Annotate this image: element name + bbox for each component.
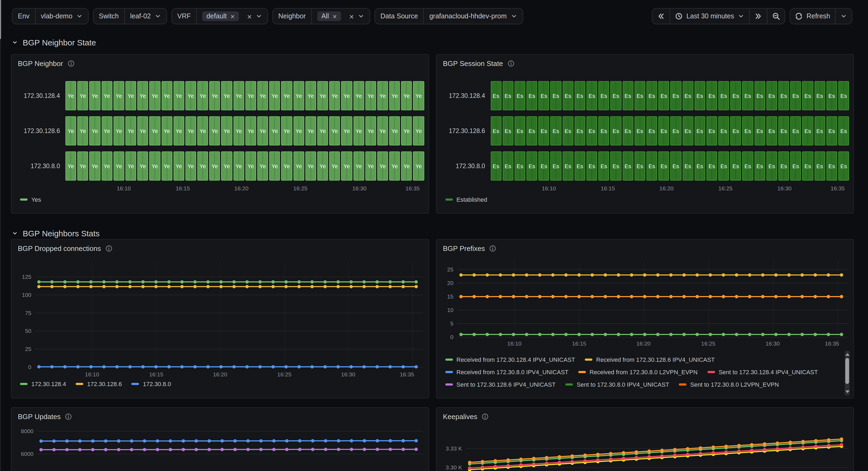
state-cell: Es xyxy=(562,151,573,181)
state-cell: Es xyxy=(502,151,513,181)
x-axis: 16:1016:1516:2016:2516:3016:35 xyxy=(496,185,849,193)
refresh-controls: Refresh xyxy=(789,8,852,24)
state-cell: Es xyxy=(671,81,681,110)
info-icon[interactable] xyxy=(482,413,489,420)
svg-text:8000: 8000 xyxy=(21,428,33,434)
legend-color-chip xyxy=(20,383,28,385)
info-icon[interactable] xyxy=(105,245,112,252)
scroll-down-icon[interactable] xyxy=(845,390,849,393)
scroll-up-icon[interactable] xyxy=(845,353,849,356)
neighbor-select[interactable]: All × × xyxy=(312,9,370,24)
time-shift-back-button[interactable] xyxy=(652,9,670,24)
env-select[interactable]: vlab-demo xyxy=(35,9,88,24)
legend-item[interactable]: Received from 172.30.128.6 IPV4_UNICAST xyxy=(585,353,715,365)
panel-legend: Established xyxy=(445,193,487,205)
info-icon[interactable] xyxy=(65,413,72,420)
legend-item[interactable]: Sent to 172.30.8.0 IPV4_UNICAST xyxy=(565,378,669,390)
time-range-picker[interactable]: Last 30 minutes xyxy=(670,9,749,24)
vrf-selected-tag[interactable]: default × xyxy=(202,11,239,21)
legend-item[interactable]: Received from 172.30.8.0 IPV4_UNICAST xyxy=(445,365,568,378)
zoom-out-button[interactable] xyxy=(767,9,785,24)
legend-color-chip xyxy=(578,371,586,373)
panel-bgp-prefixes: BGP Prefixes 0510152025 16:1016:1516:201… xyxy=(436,239,854,399)
neighbor-label: Neighbor xyxy=(273,9,312,24)
clear-all-icon[interactable]: × xyxy=(247,12,252,20)
row-label: 172.30.8.0 xyxy=(442,151,491,181)
state-cell: Es xyxy=(754,151,765,181)
chevron-down-icon xyxy=(76,13,83,20)
refresh-button[interactable]: Refresh xyxy=(790,9,835,24)
state-cell: Es xyxy=(790,116,801,145)
x-tick-label: 16:20 xyxy=(637,340,651,347)
state-timeline: 172.30.128.4YeYeYeYeYeYeYeYeYeYeYeYeYeYe… xyxy=(17,81,424,181)
svg-text:15: 15 xyxy=(447,293,453,300)
info-icon[interactable] xyxy=(507,60,514,67)
info-icon[interactable] xyxy=(67,60,74,67)
row-label: 172.30.128.4 xyxy=(442,81,491,110)
state-cell: Ye xyxy=(137,151,148,181)
remove-tag-icon[interactable]: × xyxy=(230,13,235,20)
remove-tag-icon[interactable]: × xyxy=(333,13,337,20)
legend-item[interactable]: Sent to 172.30.8.0 L2VPN_EVPN xyxy=(679,378,779,390)
time-shift-forward-button[interactable] xyxy=(749,9,767,24)
left-scrollbar-track[interactable] xyxy=(0,0,1,471)
legend-item[interactable]: Established xyxy=(445,193,487,205)
legend-item[interactable]: Received from 172.30.8.0 L2VPN_EVPN xyxy=(578,365,698,378)
left-scrollbar-thumb[interactable] xyxy=(0,0,1,39)
x-tick-label: 16:15 xyxy=(601,185,615,192)
legend-color-chip xyxy=(445,358,453,360)
legend-item[interactable]: 172.30.8.0 xyxy=(132,378,171,390)
state-cell: Ye xyxy=(293,81,304,110)
state-cell: Ye xyxy=(365,81,376,110)
vrf-select[interactable]: default × × xyxy=(197,9,268,24)
state-cell: Ye xyxy=(137,116,148,145)
legend-scrollbar[interactable] xyxy=(845,351,849,395)
state-cell: Ye xyxy=(125,81,136,110)
state-cell: Es xyxy=(826,116,837,145)
svg-text:3.30 K: 3.30 K xyxy=(445,464,462,470)
state-cell: Ye xyxy=(197,116,208,145)
clear-all-icon[interactable]: × xyxy=(349,12,354,20)
state-cell: Ye xyxy=(377,151,388,181)
state-cell: Ye xyxy=(77,151,88,181)
scrollbar-thumb[interactable] xyxy=(845,358,849,384)
legend-color-chip xyxy=(585,358,592,360)
state-cell: Es xyxy=(694,81,705,110)
state-cells: EsEsEsEsEsEsEsEsEsEsEsEsEsEsEsEsEsEsEsEs… xyxy=(491,151,849,181)
info-icon[interactable] xyxy=(489,245,496,252)
state-cell: Es xyxy=(622,116,633,145)
x-tick-label: 16:25 xyxy=(277,371,291,378)
datasource-select[interactable]: grafanacloud-hhdev-prom xyxy=(424,9,522,24)
state-cell: Es xyxy=(838,116,849,145)
neighbor-selected-tag[interactable]: All × xyxy=(317,11,341,21)
state-cell: Ye xyxy=(401,151,412,181)
section-bgp-neighbor-state[interactable]: BGP Neighbor State xyxy=(12,36,868,48)
state-cell: Es xyxy=(706,151,717,181)
switch-select[interactable]: leaf-02 xyxy=(125,9,166,24)
section-chevron-icon xyxy=(12,39,18,45)
legend-item[interactable]: Sent to 172.30.128.4 IPV4_UNICAST xyxy=(707,365,818,378)
state-cell: Es xyxy=(731,116,741,145)
svg-text:10: 10 xyxy=(447,307,453,313)
grafana-bgp-dashboard: Env vlab-demo Switch leaf-02 VRF defau xyxy=(0,0,868,471)
legend-item[interactable]: Sent to 172.30.128.6 IPV4_UNICAST xyxy=(445,378,556,390)
x-tick-label: 16:35 xyxy=(400,371,414,378)
refresh-interval-dropdown[interactable] xyxy=(835,9,852,24)
legend-item[interactable]: 172.30.128.6 xyxy=(76,378,122,390)
panel-title: Keepalives xyxy=(443,413,477,421)
legend-color-chip xyxy=(445,198,453,200)
state-cell: Ye xyxy=(101,151,112,181)
refresh-label: Refresh xyxy=(806,12,830,20)
legend-label: Sent to 172.30.128.6 IPV4_UNICAST xyxy=(457,381,556,387)
legend-item[interactable]: 172.30.128.4 xyxy=(20,378,66,390)
state-cell: Es xyxy=(790,81,801,110)
legend-item[interactable]: Received from 172.30.128.4 IPV4_UNICAST xyxy=(445,353,575,365)
section-bgp-neighbors-stats[interactable]: BGP Neighbors Stats xyxy=(12,227,868,239)
state-cell: Ye xyxy=(114,116,124,145)
legend-label: Sent to 172.30.8.0 IPV4_UNICAST xyxy=(577,381,669,387)
state-cell: Es xyxy=(491,116,501,145)
legend-item[interactable]: Yes xyxy=(20,193,41,205)
time-series-chart: 0255075100125 xyxy=(16,261,423,375)
time-range-controls: Last 30 minutes xyxy=(652,8,785,24)
state-cell: Ye xyxy=(281,151,292,181)
